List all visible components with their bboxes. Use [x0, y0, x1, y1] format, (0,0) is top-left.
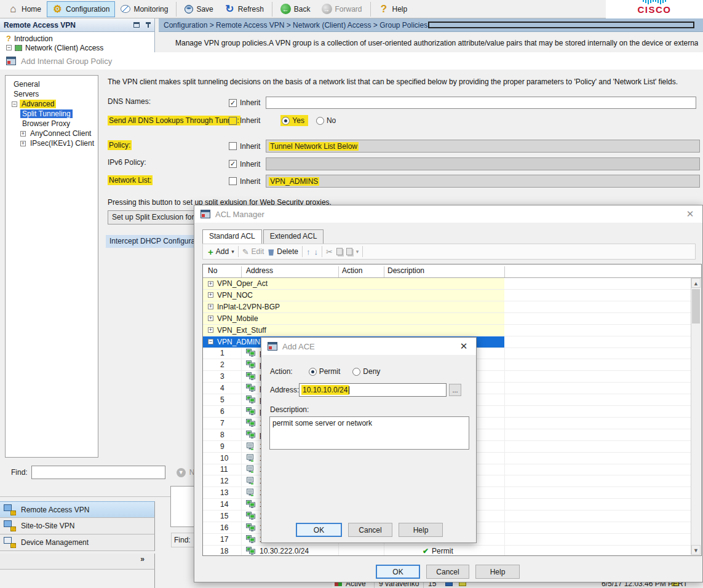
delete-button[interactable]: Delete — [268, 247, 298, 256]
pin-panel-icon[interactable] — [146, 22, 151, 28]
add-button[interactable]: + Add ▾ — [208, 247, 234, 257]
description-textarea[interactable]: permit some server or network — [269, 416, 469, 450]
acl-entry-action: ✔Permit — [423, 547, 453, 555]
deny-radio[interactable] — [352, 368, 360, 376]
dialog-titlebar[interactable]: Add Internal Group Policy — [0, 52, 703, 70]
scroll-thumb[interactable] — [692, 289, 700, 324]
edit-button[interactable]: ✎ Edit — [242, 247, 264, 256]
acl-entry-no: 12 — [220, 477, 228, 485]
yes-radio-wrap[interactable]: Yes — [280, 115, 308, 126]
expand-icon[interactable]: + — [208, 327, 213, 333]
help-button[interactable]: Help — [399, 523, 443, 537]
inherit-checkbox[interactable]: ✓ — [229, 99, 237, 107]
gp-tree-item-servers[interactable]: Servers — [6, 89, 98, 99]
no-radio[interactable] — [316, 117, 324, 125]
acl-entry-row[interactable]: 1810.30.222.0/24✔Permit — [203, 546, 691, 556]
toolbar-button-save[interactable]: Save — [179, 1, 218, 17]
toolbar-button-refresh[interactable]: Refresh — [219, 1, 269, 17]
move-down-icon[interactable]: ↓ — [314, 247, 318, 256]
col-description[interactable]: Description — [387, 266, 424, 275]
close-icon[interactable]: ✕ — [684, 209, 696, 220]
collapse-icon[interactable]: − — [6, 45, 12, 50]
acl-group-row[interactable]: +VPN_Oper_Act — [203, 278, 691, 290]
col-action[interactable]: Action — [342, 266, 362, 275]
toolbar-button-home[interactable]: Home — [2, 1, 47, 17]
dialog-titlebar[interactable]: Add ACE ✕ — [261, 338, 476, 355]
delete-label: Delete — [277, 247, 298, 256]
tab-standard-acl[interactable]: Standard ACL — [202, 229, 262, 244]
find-next-icon[interactable]: ▼ — [177, 468, 186, 477]
close-icon[interactable]: ✕ — [458, 341, 470, 352]
chevron-icon: » — [140, 555, 145, 563]
policy-combo[interactable]: Tunnel Network List Below — [266, 140, 700, 153]
tree-item-network-client-access[interactable]: − Network (Client) Access — [6, 43, 154, 52]
no-radio-wrap[interactable]: No — [316, 116, 336, 125]
expand-icon[interactable]: + — [20, 141, 26, 146]
col-no[interactable]: No — [208, 266, 217, 275]
toolbar-button-back[interactable]: ←Back — [275, 1, 316, 17]
cancel-button[interactable]: Cancel — [426, 565, 469, 579]
expand-icon[interactable]: + — [208, 281, 213, 287]
maximize-pane-icon[interactable] — [428, 22, 695, 28]
acl-group-row[interactable]: +VPN_Mobile — [203, 313, 691, 325]
deny-radio-wrap[interactable]: Deny — [352, 367, 380, 376]
dialog-title: ACL Manager — [215, 210, 264, 219]
tree-item-introduction[interactable]: ? Introduction — [6, 34, 154, 43]
copy-icon[interactable] — [336, 248, 343, 255]
move-up-icon[interactable]: ↑ — [306, 247, 311, 256]
toolbar-button-monitoring[interactable]: Monitoring — [115, 1, 173, 17]
gp-tree-item-advanced[interactable]: −Advanced — [6, 99, 98, 109]
acl-group-row[interactable]: +VPN_NOC — [203, 290, 691, 301]
gp-tree-item-general[interactable]: General — [6, 79, 98, 89]
nav-item-site-to-site-vpn[interactable]: ⚙Site-to-Site VPN — [0, 518, 155, 534]
network-list-combo[interactable]: VPN_ADMINS — [266, 175, 700, 188]
expand-icon[interactable]: + — [20, 131, 26, 137]
gp-tree-item-anyconnect-client[interactable]: +AnyConnect Client — [6, 129, 98, 138]
ok-button[interactable]: OK — [296, 523, 342, 537]
toolbar-button-configuration[interactable]: Configuration — [47, 1, 115, 17]
gp-tree-item-browser-proxy[interactable]: Browser Proxy — [6, 119, 98, 129]
collapse-icon[interactable]: − — [12, 101, 17, 107]
col-address[interactable]: Address — [246, 266, 273, 275]
dialog-titlebar[interactable]: ACL Manager ✕ — [194, 205, 702, 223]
float-panel-icon[interactable] — [133, 22, 140, 28]
permit-radio[interactable] — [309, 368, 317, 376]
network-list-value: VPN_ADMINS — [269, 177, 319, 186]
expand-icon[interactable]: + — [208, 292, 213, 298]
scroll-up-icon[interactable]: ▲ — [691, 278, 701, 288]
nav-overflow-bar[interactable]: » — [0, 554, 155, 570]
toolbar-button-forward[interactable]: →Forward — [316, 1, 368, 17]
expand-icon[interactable]: + — [208, 304, 213, 309]
cancel-button[interactable]: Cancel — [348, 523, 392, 537]
toolbar-button-help[interactable]: Help — [373, 1, 413, 17]
address-input[interactable]: 10.10.10.0/24 — [299, 383, 447, 397]
acl-group-row[interactable]: +VPN_Ext_Stuff — [203, 325, 691, 336]
cut-icon[interactable]: ✂ — [326, 247, 333, 256]
gp-tree-item-split-tunneling[interactable]: Split Tunneling — [6, 109, 98, 119]
inherit-checkbox[interactable] — [229, 117, 237, 125]
yes-radio[interactable] — [282, 117, 290, 125]
nav-item-device-management[interactable]: ⚙Device Management — [0, 534, 155, 551]
inherit-checkbox[interactable]: ✓ — [229, 160, 237, 168]
tab-extended-acl[interactable]: Extended ACL — [263, 229, 324, 244]
acl-scrollbar[interactable]: ▲ ▼ — [691, 278, 701, 555]
help-button[interactable]: Help — [475, 565, 520, 579]
collapse-icon[interactable]: − — [208, 339, 213, 344]
find-input[interactable] — [31, 466, 165, 479]
ok-button[interactable]: OK — [376, 565, 420, 579]
rav-tree-panel: ? Introduction − Network (Client) Access — [0, 32, 155, 52]
split-exclusion-button[interactable]: Set up Split Exclusion for W — [108, 210, 194, 224]
paste-icon[interactable] — [346, 248, 352, 255]
browse-button[interactable]: ... — [449, 384, 461, 396]
expand-icon[interactable]: + — [208, 316, 213, 321]
network-list-row: Network List: — [108, 175, 153, 185]
inherit-checkbox[interactable] — [229, 142, 237, 150]
acl-group-row[interactable]: +InPlat-L2VPN-BGP — [203, 301, 691, 313]
inherit-label: Inherit — [240, 98, 260, 107]
inherit-checkbox[interactable] — [229, 177, 237, 185]
nav-item-remote-access-vpn[interactable]: ⚙Remote Access VPN — [0, 501, 155, 518]
gp-tree-item-ipsec-ikev1-client[interactable]: +IPsec(IKEv1) Client — [6, 138, 98, 148]
scroll-down-icon[interactable]: ▼ — [691, 545, 701, 555]
dns-names-input[interactable] — [266, 97, 696, 109]
permit-radio-wrap[interactable]: Permit — [309, 367, 341, 376]
